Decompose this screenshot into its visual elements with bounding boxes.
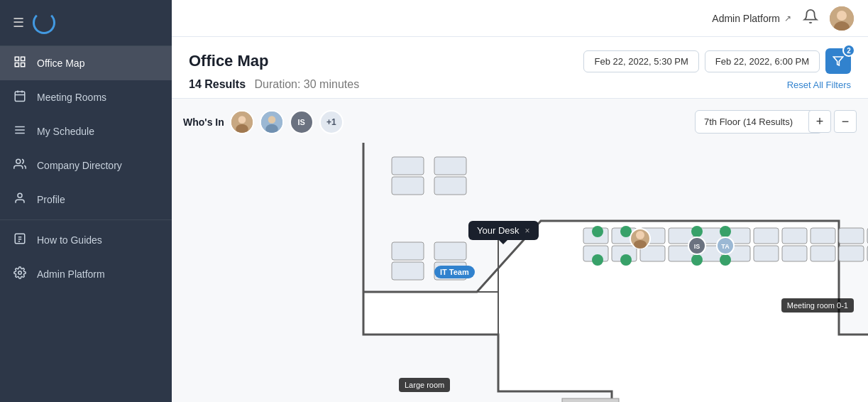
svg-rect-85 (562, 398, 619, 402)
meeting-room-text: Meeting room 0-1 (787, 301, 848, 310)
user-avatar[interactable] (830, 6, 854, 31)
sidebar: ☰ Office Map Meeting Rooms My Schedule C… (0, 0, 172, 402)
zoom-out-button[interactable]: − (834, 110, 857, 133)
floor-plan-container: IS TA (172, 99, 868, 402)
svg-marker-21 (833, 57, 842, 65)
filter-button[interactable]: 2 (825, 48, 851, 74)
avatar-3[interactable]: IS (290, 110, 314, 134)
gear-icon (13, 266, 27, 282)
nav-divider (0, 219, 172, 220)
avatar-2[interactable] (260, 110, 284, 134)
svg-point-27 (265, 124, 278, 134)
zoom-in-button[interactable]: + (808, 110, 831, 133)
people-icon (13, 158, 27, 173)
sidebar-item-label: My Schedule (37, 126, 94, 137)
results-info: 14 Results Duration: 30 minutes (189, 78, 359, 91)
notification-bell-icon[interactable] (803, 9, 818, 28)
svg-point-11 (16, 159, 21, 163)
header-row-2: 14 Results Duration: 30 minutes Reset Al… (189, 78, 851, 91)
date-to-button[interactable]: Feb 22, 2022, 6:00 PM (705, 50, 820, 72)
top-bar: Admin Platform ↗ (172, 0, 868, 37)
svg-rect-36 (392, 242, 424, 260)
sidebar-item-company-directory[interactable]: Company Directory (0, 148, 172, 183)
svg-point-78 (634, 240, 647, 249)
svg-point-74 (691, 254, 703, 266)
avatar-more[interactable]: +1 (319, 110, 344, 134)
sidebar-item-office-map[interactable]: Office Map (0, 46, 172, 80)
svg-rect-34 (434, 157, 466, 175)
svg-rect-0 (15, 57, 18, 60)
schedule-icon (13, 124, 27, 139)
sidebar-item-profile[interactable]: Profile (0, 183, 172, 217)
svg-rect-3 (21, 63, 25, 67)
admin-platform-link[interactable]: Admin Platform ↗ (712, 13, 791, 24)
date-from-button[interactable]: Feb 22, 2022, 5:30 PM (583, 50, 698, 72)
reset-filters-link[interactable]: Reset All Filters (787, 80, 851, 90)
sidebar-item-meeting-rooms[interactable]: Meeting Rooms (0, 80, 172, 114)
map-area: Who's In IS +1 7th Floor (14 Results) + … (172, 99, 868, 402)
map-icon (13, 55, 27, 71)
svg-rect-33 (392, 177, 424, 195)
page-title: Office Map (189, 52, 268, 70)
sidebar-item-how-to-guides[interactable]: How to Guides (0, 223, 172, 257)
svg-rect-38 (434, 242, 466, 260)
sidebar-item-my-schedule[interactable]: My Schedule (0, 114, 172, 148)
svg-rect-4 (15, 92, 25, 102)
svg-rect-65 (811, 246, 835, 261)
svg-rect-62 (782, 228, 807, 244)
main-content: Admin Platform ↗ Office Map Feb 22, 2022… (172, 0, 868, 402)
person-icon (13, 192, 27, 207)
svg-rect-1 (21, 57, 25, 60)
team-badge[interactable]: IT Team (434, 266, 475, 278)
large-room-text: Large room (405, 381, 444, 389)
svg-text:TA: TA (721, 243, 730, 250)
external-link-icon: ↗ (784, 13, 791, 23)
sidebar-item-label: Company Directory (37, 160, 122, 171)
filter-badge: 2 (842, 44, 855, 57)
date-filters: Feb 22, 2022, 5:30 PM Feb 22, 2022, 6:00… (583, 48, 851, 74)
sidebar-item-label: Meeting Rooms (37, 92, 106, 103)
meeting-room-label: Meeting room 0-1 (781, 298, 854, 313)
svg-point-73 (720, 226, 731, 237)
whos-in-label: Who's In (183, 116, 224, 128)
svg-rect-32 (392, 157, 424, 175)
whos-in-bar: Who's In IS +1 (183, 110, 344, 134)
svg-point-77 (636, 231, 644, 239)
floor-plan-svg: IS TA (356, 136, 868, 402)
svg-rect-67 (839, 246, 864, 261)
page-header: Office Map Feb 22, 2022, 5:30 PM Feb 22,… (172, 37, 868, 99)
svg-point-69 (620, 226, 632, 237)
svg-rect-60 (754, 228, 779, 244)
svg-point-75 (720, 254, 731, 266)
svg-point-71 (620, 254, 632, 266)
svg-point-68 (592, 226, 603, 237)
tooltip-close-icon[interactable]: × (525, 226, 530, 236)
admin-label: Admin Platform (712, 13, 780, 24)
svg-rect-63 (782, 246, 807, 261)
your-desk-tooltip: Your Desk × (468, 221, 539, 240)
svg-rect-66 (839, 228, 864, 244)
your-desk-text: Your Desk (477, 225, 520, 236)
svg-point-70 (592, 254, 603, 266)
sidebar-item-label: Office Map (37, 58, 84, 69)
hamburger-icon[interactable]: ☰ (13, 15, 24, 31)
large-room-label: Large room (399, 378, 450, 392)
svg-point-19 (837, 11, 847, 21)
results-count: 14 Results (189, 78, 246, 90)
header-row-1: Office Map Feb 22, 2022, 5:30 PM Feb 22,… (189, 48, 851, 74)
avatar-1[interactable] (230, 110, 254, 134)
sidebar-item-label: Admin Platform (37, 268, 105, 280)
svg-rect-64 (811, 228, 835, 244)
svg-point-23 (238, 116, 246, 124)
svg-rect-35 (434, 177, 466, 195)
sidebar-header: ☰ (0, 0, 172, 46)
floor-selector[interactable]: 7th Floor (14 Results) (695, 110, 823, 134)
sidebar-item-admin-platform[interactable]: Admin Platform (0, 257, 172, 291)
calendar-icon (13, 89, 27, 105)
zoom-controls: + − (808, 110, 857, 133)
svg-point-12 (18, 193, 22, 197)
team-badge-text: IT Team (440, 268, 469, 276)
floor-select[interactable]: 7th Floor (14 Results) (695, 110, 823, 134)
svg-text:IS: IS (694, 243, 701, 250)
sidebar-item-label: How to Guides (37, 234, 102, 246)
